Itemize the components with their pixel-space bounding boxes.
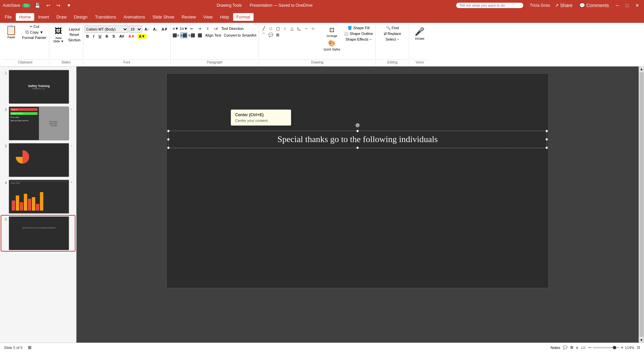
menu-file[interactable]: File: [1, 13, 15, 21]
paste-button[interactable]: 📋 Paste: [3, 24, 20, 54]
comments-button[interactable]: 💬 Comments: [577, 3, 611, 8]
save-button[interactable]: 💾: [33, 3, 42, 8]
slide-thumb-1[interactable]: 1 Safety Training FABRICS, LLC: [1, 69, 75, 104]
section-button[interactable]: Section: [67, 38, 82, 42]
shape-effects-button[interactable]: Shape Effects ~: [343, 37, 374, 42]
star-shape[interactable]: ☆: [310, 26, 316, 32]
bullets-button[interactable]: ≡▼: [172, 26, 179, 32]
copy-button[interactable]: ⿻ Copy ▼: [21, 30, 48, 35]
notes-button[interactable]: Notes: [550, 346, 560, 350]
slide-thumb-2[interactable]: 2 Sign In SAFETY FIRST Find a Seat Take …: [1, 106, 75, 141]
zoom-in-button[interactable]: +: [621, 345, 624, 350]
columns-button[interactable]: ⫴: [204, 26, 212, 32]
clear-format-button[interactable]: A✗: [160, 27, 169, 32]
rotate-handle[interactable]: ↻: [355, 123, 360, 128]
curve-shape[interactable]: ⌒: [260, 32, 267, 38]
slide-thumb-4[interactable]: 4 Claim Title *: [1, 179, 75, 214]
cut-button[interactable]: ✂ Cut: [21, 24, 48, 29]
scroll-up-button[interactable]: ▲: [640, 67, 643, 71]
text-direction-button[interactable]: Text Direction: [220, 26, 245, 31]
handle-br[interactable]: [545, 146, 548, 149]
arrange-button[interactable]: ⊡ Arrange: [322, 26, 341, 38]
handle-bl[interactable]: [167, 146, 170, 149]
zoom-slider[interactable]: [593, 347, 620, 348]
menu-format[interactable]: Format: [233, 13, 254, 21]
convert-smartart-button[interactable]: Convert to SmartArt: [223, 33, 257, 38]
fit-window-button[interactable]: ⊡: [637, 345, 640, 350]
decrease-indent-button[interactable]: ⇐: [188, 26, 196, 32]
menu-design[interactable]: Design: [71, 13, 91, 21]
autosave-toggle[interactable]: On: [22, 3, 31, 8]
share-button[interactable]: ↗ Share: [553, 3, 575, 8]
find-button[interactable]: 🔍 Find: [377, 26, 408, 31]
italic-button[interactable]: I: [92, 34, 96, 39]
handle-tm[interactable]: [356, 130, 359, 132]
increase-font-button[interactable]: A↑: [143, 27, 151, 32]
fit-slide-button[interactable]: ⊞: [28, 345, 32, 350]
rect-shape[interactable]: □: [267, 26, 274, 32]
scroll-down-button[interactable]: ▼: [640, 338, 643, 342]
justify-button[interactable]: ⬛: [196, 32, 204, 38]
handle-tr[interactable]: [545, 130, 548, 132]
menu-view[interactable]: View: [200, 13, 216, 21]
scroll-thumb[interactable]: [640, 72, 644, 337]
align-center-button[interactable]: ≡⬛: [180, 32, 187, 38]
align-right-button[interactable]: ≡⬛: [188, 32, 196, 38]
menu-review[interactable]: Review: [178, 13, 199, 21]
menu-help[interactable]: Help: [217, 13, 232, 21]
reading-view-button[interactable]: 📖: [581, 345, 586, 350]
slide-thumb-5[interactable]: 5 Special thanks go to the following ind…: [1, 216, 75, 251]
font-family-select[interactable]: Calisto MT (Body): [85, 26, 128, 33]
more-shapes[interactable]: ⊞: [274, 32, 281, 38]
shadow-button[interactable]: S: [111, 34, 116, 39]
zoom-thumb[interactable]: [613, 346, 616, 349]
align-left-button[interactable]: ⬛≡: [172, 32, 179, 38]
slide-thumb-3[interactable]: 3 *: [1, 142, 75, 178]
quick-styles-button[interactable]: 🎨 Quick Styles: [322, 39, 341, 52]
menu-animations[interactable]: Animations: [120, 13, 148, 21]
triangle-shape[interactable]: △: [288, 26, 295, 32]
select-button[interactable]: Select ~: [377, 37, 408, 42]
comments-view-button[interactable]: 💬: [563, 345, 568, 350]
minimize-button[interactable]: ─: [614, 3, 621, 8]
close-button[interactable]: ✕: [633, 3, 641, 8]
highlight-button[interactable]: A▼: [138, 34, 147, 39]
increase-indent-button[interactable]: ⇒: [196, 26, 204, 32]
handle-mr[interactable]: [545, 138, 548, 141]
replace-button[interactable]: ⇄ Replace: [377, 31, 408, 36]
line-spacing-button[interactable]: ↕≡: [212, 26, 220, 32]
handle-tl[interactable]: [167, 130, 170, 132]
shape-fill-button[interactable]: 🪣 Shape Fill: [343, 26, 374, 31]
right-scrollbar[interactable]: ▲ ▼: [639, 67, 644, 343]
menu-insert[interactable]: Insert: [35, 13, 53, 21]
zoom-out-button[interactable]: ─: [588, 345, 591, 350]
handle-ml[interactable]: [167, 138, 170, 141]
line-shape[interactable]: ╱: [260, 26, 267, 32]
menu-draw[interactable]: Draw: [53, 13, 70, 21]
slide-main-text[interactable]: Special thanks go to the following indiv…: [168, 131, 547, 148]
reset-button[interactable]: Reset: [67, 32, 82, 37]
decrease-font-button[interactable]: A↓: [151, 27, 159, 32]
arrow-shape[interactable]: →: [303, 26, 309, 32]
redo-button[interactable]: ↪: [54, 3, 62, 8]
normal-view-button[interactable]: ⊞: [570, 345, 573, 350]
format-painter-button[interactable]: Format Painter: [21, 35, 48, 40]
search-input[interactable]: [456, 3, 523, 8]
rounded-rect-shape[interactable]: ▢: [274, 26, 281, 32]
text-box-main[interactable]: ↻ Special thanks go to the following ind…: [168, 131, 547, 148]
restore-button[interactable]: □: [624, 3, 631, 8]
rt-triangle-shape[interactable]: ◺: [296, 26, 302, 32]
layout-button[interactable]: Layout: [67, 27, 82, 32]
menu-transitions[interactable]: Transitions: [92, 13, 119, 21]
bold-button[interactable]: B: [85, 34, 91, 39]
dictate-button[interactable]: 🎤 Dictate: [412, 26, 427, 42]
underline-button[interactable]: U: [97, 34, 103, 39]
new-slide-button[interactable]: 🖼 NewSlide ▼: [51, 26, 66, 44]
undo-button[interactable]: ↩: [44, 3, 52, 8]
more-options-button[interactable]: ▼: [64, 3, 73, 8]
shape-outline-button[interactable]: ⬜ Shape Outline: [343, 31, 374, 36]
char-spacing-button[interactable]: AV: [118, 34, 126, 39]
oval-shape[interactable]: ○: [281, 26, 288, 32]
outline-view-button[interactable]: ≡: [576, 346, 578, 350]
menu-slideshow[interactable]: Slide Show: [149, 13, 177, 21]
